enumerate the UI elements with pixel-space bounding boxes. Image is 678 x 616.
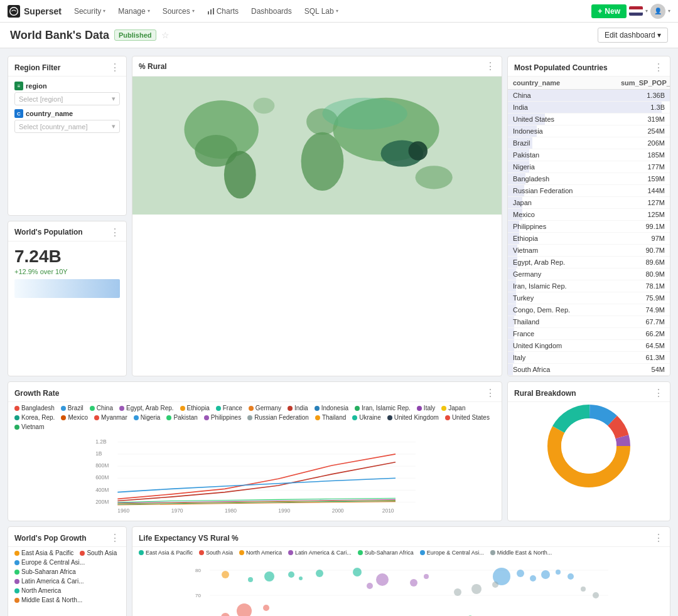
legend-dot	[239, 550, 244, 555]
country-name: Germany	[513, 270, 621, 278]
pop-value: 185M	[621, 151, 665, 159]
legend-dot	[134, 415, 139, 420]
flag-chevron-icon: ▾	[645, 8, 648, 14]
chevron-down-icon: ▾	[192, 8, 195, 14]
legend-dot	[80, 551, 85, 556]
legend-label: Middle East & North...	[21, 597, 82, 603]
area-chart-svg: 6B 4B 2B 1960 1970 1980 1990 2000 2010	[14, 608, 120, 616]
svg-text:2010: 2010	[382, 507, 394, 514]
table-row: Egypt, Arab Rep. 89.6M	[508, 257, 670, 268]
legend-item: Middle East & North...	[490, 550, 552, 556]
pop-value: 99.1M	[621, 223, 665, 230]
legend-item: Italy	[417, 405, 435, 412]
world-pop-growth-header: World's Pop Growth ⋮	[8, 527, 126, 547]
legend-item: Thailand	[315, 414, 346, 421]
country-name: Iran, Islamic Rep.	[513, 282, 621, 290]
pop-value: 61.3M	[621, 354, 665, 361]
svg-point-101	[471, 584, 482, 594]
country-icon: C	[14, 109, 23, 118]
brand-logo[interactable]: Superset	[8, 5, 62, 18]
world-population-menu-icon[interactable]: ⋮	[110, 226, 120, 238]
nav-security[interactable]: Security ▾	[69, 4, 110, 18]
donut-chart-svg	[545, 402, 633, 490]
country-name: China	[513, 92, 621, 99]
svg-point-84	[376, 573, 389, 586]
country-name: Mexico	[513, 211, 621, 218]
svg-point-105	[593, 592, 599, 598]
legend-dot	[14, 415, 19, 420]
legend-label: Nigeria	[141, 414, 161, 421]
legend-dot	[490, 550, 495, 555]
legend-item: Vietnam	[14, 423, 45, 430]
scatter-chart-svg: 80 70 60 50 0 10 20 30 40 50 60 70 80 90	[137, 561, 665, 616]
legend-item: Ethiopia	[180, 405, 210, 412]
rural-breakdown-card: Rural Breakdown ⋮	[507, 381, 670, 521]
nav-charts[interactable]: Charts	[202, 4, 244, 18]
legend-label: Russian Federation	[254, 414, 309, 421]
language-flag[interactable]	[629, 6, 643, 16]
legend-label: Korea, Rep.	[21, 414, 55, 421]
legend-label: Myanmar	[101, 414, 127, 421]
country-select-placeholder: Select [country_name]	[19, 123, 87, 130]
country-label: C country_name	[14, 109, 120, 118]
svg-point-80	[237, 603, 252, 616]
user-avatar[interactable]: 👤	[650, 4, 665, 19]
legend-item: Latin America & Cari...	[288, 550, 352, 556]
legend-dot	[61, 406, 66, 411]
legend-label: North America	[246, 550, 282, 556]
legend-label: United Kingdom	[394, 414, 439, 421]
legend-label: Latin America & Cari...	[21, 578, 83, 585]
rural-breakdown-menu-icon[interactable]: ⋮	[654, 387, 664, 399]
world-pop-growth-menu-icon[interactable]: ⋮	[110, 532, 120, 544]
edit-dashboard-button[interactable]: Edit dashboard ▾	[598, 28, 668, 43]
new-button[interactable]: + New	[591, 4, 627, 18]
most-populated-menu-icon[interactable]: ⋮	[654, 61, 664, 73]
svg-point-86	[367, 583, 373, 589]
map-card: % Rural ⋮	[132, 56, 502, 376]
table-row: United States 319M	[508, 114, 670, 125]
svg-text:1980: 1980	[225, 507, 237, 514]
chevron-down-icon: ▾	[336, 8, 338, 14]
legend-item: Iran, Islamic Rep.	[355, 405, 411, 412]
legend-dot	[14, 551, 19, 556]
chevron-down-icon: ▾	[103, 8, 105, 14]
most-populated-table-body: China 1.36B India 1.3B United States 319…	[508, 90, 670, 376]
legend-dot	[355, 406, 360, 411]
legend-dot	[14, 560, 19, 565]
country-select[interactable]: Select [country_name] ▾	[14, 120, 120, 133]
nav-manage[interactable]: Manage ▾	[113, 4, 154, 18]
country-name: Congo, Dem. Rep.	[513, 306, 621, 314]
life-expectancy-menu-icon[interactable]: ⋮	[654, 532, 664, 544]
nav-security-label: Security	[74, 7, 101, 16]
legend-item: United States	[445, 414, 490, 421]
country-label-text: country_name	[26, 110, 73, 117]
map-header: % Rural ⋮	[132, 56, 502, 77]
map-title: % Rural	[139, 62, 485, 71]
nav-sqllab[interactable]: SQL Lab ▾	[299, 4, 343, 18]
table-row: Philippines 99.1M	[508, 221, 670, 233]
nav-sources[interactable]: Sources ▾	[158, 4, 200, 18]
country-name: Turkey	[513, 294, 621, 302]
legend-dot	[61, 415, 66, 420]
svg-text:600M: 600M	[95, 474, 109, 481]
favorite-star-icon[interactable]: ☆	[161, 30, 170, 40]
growth-rate-menu-icon[interactable]: ⋮	[485, 387, 495, 399]
region-filter-menu-icon[interactable]: ⋮	[110, 61, 120, 73]
legend-label: Iran, Islamic Rep.	[362, 405, 411, 412]
legend-dot	[90, 406, 95, 411]
legend-label: China	[97, 405, 113, 412]
legend-item: South Asia	[80, 550, 117, 556]
dashboard-title: World Bank's Data	[10, 29, 109, 42]
region-select[interactable]: Select [region] ▾	[14, 92, 120, 105]
nav-dashboards[interactable]: Dashboards	[246, 4, 297, 18]
svg-text:1960: 1960	[117, 507, 129, 514]
legend-dot	[166, 415, 171, 420]
region-icon: ≡	[14, 82, 23, 90]
life-expectancy-legend: East Asia & Pacific South Asia North Ame…	[132, 547, 670, 558]
map-menu-icon[interactable]: ⋮	[485, 60, 495, 72]
country-filter-row: C country_name Select [country_name] ▾	[14, 109, 120, 133]
country-name: South Africa	[513, 366, 621, 373]
svg-text:200M: 200M	[95, 499, 109, 505]
legend-dot	[387, 415, 392, 420]
region-filter-body: ≡ region Select [region] ▾ C country_nam…	[8, 77, 126, 142]
